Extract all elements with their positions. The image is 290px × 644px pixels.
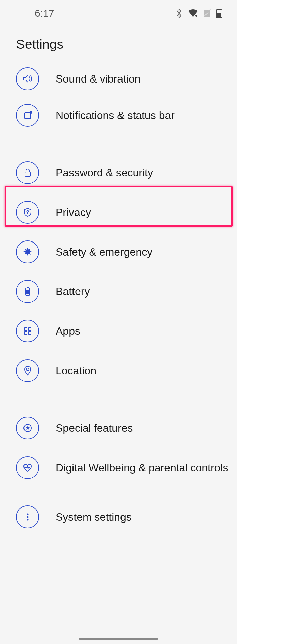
svg-rect-17 xyxy=(28,332,31,334)
divider xyxy=(50,496,221,496)
item-label: System settings xyxy=(56,511,132,523)
privacy-icon xyxy=(16,201,39,224)
emergency-icon xyxy=(16,240,39,263)
bluetooth-icon xyxy=(175,8,183,18)
svg-rect-8 xyxy=(25,172,30,176)
item-label: Location xyxy=(56,365,96,377)
item-label: Special features xyxy=(56,422,133,434)
item-label: Privacy xyxy=(56,206,91,219)
no-sim-icon xyxy=(203,9,211,18)
svg-point-21 xyxy=(27,516,29,518)
svg-rect-5 xyxy=(217,13,221,17)
notifications-icon xyxy=(16,104,39,127)
item-label: Safety & emergency xyxy=(56,246,152,258)
item-label: Apps xyxy=(56,325,80,337)
status-icons xyxy=(175,8,223,18)
svg-rect-6 xyxy=(25,113,31,119)
settings-item-sound[interactable]: Sound & vibration xyxy=(0,62,237,96)
header: Settings xyxy=(0,27,237,62)
more-icon xyxy=(16,505,39,528)
item-label: Notifications & status bar xyxy=(56,109,175,122)
star-icon xyxy=(16,417,39,439)
settings-item-password[interactable]: Password & security xyxy=(0,153,237,193)
svg-rect-4 xyxy=(218,9,220,10)
svg-point-18 xyxy=(26,368,29,371)
apps-icon xyxy=(16,320,39,342)
wifi-icon xyxy=(188,9,198,18)
svg-rect-12 xyxy=(27,287,29,288)
svg-rect-14 xyxy=(24,328,27,330)
svg-point-9 xyxy=(27,211,29,212)
svg-point-0 xyxy=(195,15,197,17)
svg-point-20 xyxy=(27,514,29,515)
battery-icon xyxy=(16,280,39,303)
svg-rect-16 xyxy=(24,332,27,334)
divider xyxy=(50,399,221,399)
settings-item-system[interactable]: System settings xyxy=(0,505,237,529)
status-bar: 6:17 xyxy=(0,0,237,27)
svg-rect-15 xyxy=(28,328,31,330)
settings-item-special[interactable]: Special features xyxy=(0,408,237,448)
wellbeing-icon xyxy=(16,456,39,479)
svg-point-7 xyxy=(30,111,32,114)
item-label: Digital Wellbeing & parental controls xyxy=(56,462,228,474)
settings-item-wellbeing[interactable]: Digital Wellbeing & parental controls xyxy=(0,448,237,487)
item-label: Sound & vibration xyxy=(56,73,141,85)
settings-item-notifications[interactable]: Notifications & status bar xyxy=(0,96,237,135)
location-icon xyxy=(16,359,39,382)
svg-rect-13 xyxy=(26,290,29,294)
settings-item-privacy[interactable]: Privacy xyxy=(0,193,237,232)
settings-item-battery[interactable]: Battery xyxy=(0,272,237,311)
settings-item-location[interactable]: Location xyxy=(0,351,237,390)
divider xyxy=(50,144,221,144)
page-title: Settings xyxy=(16,37,237,52)
settings-item-safety[interactable]: Safety & emergency xyxy=(0,232,237,272)
sound-icon xyxy=(16,67,39,90)
item-label: Password & security xyxy=(56,167,153,179)
status-time: 6:17 xyxy=(35,8,54,19)
battery-status-icon xyxy=(216,8,223,18)
svg-point-22 xyxy=(27,519,29,521)
settings-item-apps[interactable]: Apps xyxy=(0,311,237,351)
nav-handle[interactable] xyxy=(79,638,158,640)
item-label: Battery xyxy=(56,285,90,298)
lock-icon xyxy=(16,161,39,184)
